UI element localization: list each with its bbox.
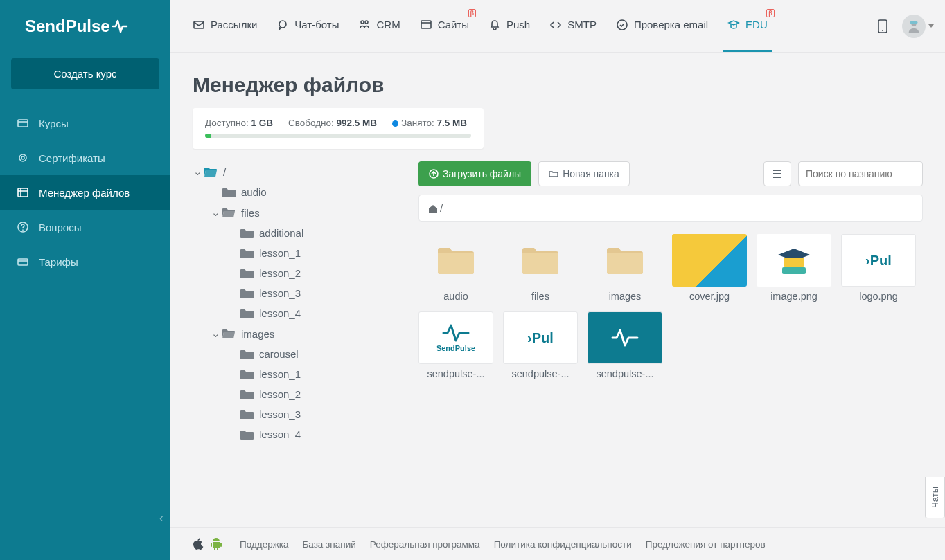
svg-point-13 xyxy=(882,30,883,31)
breadcrumb[interactable]: / xyxy=(418,195,923,222)
tree-node[interactable]: additional xyxy=(193,223,400,243)
file-card[interactable]: images xyxy=(588,234,662,302)
file-card[interactable]: sendpulse-... xyxy=(588,311,662,379)
footer-link[interactable]: Реферальная программа xyxy=(370,539,480,550)
topnav-chatbots[interactable]: Чат-боты xyxy=(276,19,339,34)
file-name: sendpulse-... xyxy=(503,368,578,379)
image-thumb: SendPulse xyxy=(418,311,493,364)
tree-caret-icon: ⌄ xyxy=(211,327,220,340)
sidebar-item-courses[interactable]: Курсы xyxy=(0,106,170,141)
svg-rect-18 xyxy=(782,267,806,274)
tree-node-label: lesson_2 xyxy=(259,267,301,279)
footer-link[interactable]: Предложения от партнеров xyxy=(646,539,766,550)
apple-icon[interactable] xyxy=(193,538,204,550)
topnav-crm[interactable]: CRM xyxy=(358,19,400,34)
tree-node-label: carousel xyxy=(259,348,299,360)
new-folder-button[interactable]: Новая папка xyxy=(538,161,630,186)
svg-point-9 xyxy=(365,21,368,24)
tree-node[interactable]: lesson_2 xyxy=(193,263,400,283)
topnav-label: Проверка email xyxy=(634,19,708,30)
storage-progress xyxy=(205,134,471,138)
topnav-sites[interactable]: Сайтыβ xyxy=(420,19,469,34)
file-name: audio xyxy=(418,291,493,302)
file-card[interactable]: image.png xyxy=(757,234,831,302)
file-card[interactable]: ›Pulsendpulse-... xyxy=(503,311,578,379)
user-menu[interactable] xyxy=(902,15,934,38)
tree-node[interactable]: audio xyxy=(193,182,400,202)
topnav-email-check[interactable]: Проверка email xyxy=(616,19,708,34)
android-icon[interactable] xyxy=(211,538,222,550)
sidebar-item-certificates[interactable]: Сертификаты xyxy=(0,141,170,175)
topnav-mailings[interactable]: Рассылки xyxy=(193,19,257,34)
tree-node[interactable]: lesson_1 xyxy=(193,364,400,384)
top-navigation: Рассылки Чат-боты CRM Сайтыβ Push SMTP П… xyxy=(170,0,945,53)
search-input[interactable] xyxy=(798,161,923,186)
tree-node-label: lesson_3 xyxy=(259,408,301,420)
svg-rect-15 xyxy=(910,21,918,24)
file-name: cover.jpg xyxy=(672,291,747,302)
chat-widget-tab[interactable]: Чаты xyxy=(925,477,945,518)
folder-icon xyxy=(204,166,218,177)
file-name: images xyxy=(588,291,662,302)
code-icon xyxy=(549,19,562,31)
tree-node[interactable]: lesson_3 xyxy=(193,283,400,303)
tree-node[interactable]: lesson_2 xyxy=(193,384,400,404)
create-course-button[interactable]: Создать курс xyxy=(11,58,159,89)
tree-node-label: additional xyxy=(259,227,303,239)
tree-node-label: lesson_1 xyxy=(259,368,301,380)
topnav-push[interactable]: Push xyxy=(488,19,530,34)
tree-node[interactable]: lesson_4 xyxy=(193,303,400,323)
sidebar-collapse-button[interactable]: ‹ xyxy=(159,511,164,525)
pulse-icon xyxy=(112,19,130,34)
avatar xyxy=(902,15,926,38)
file-card[interactable]: audio xyxy=(418,234,493,302)
main: Рассылки Чат-боты CRM Сайтыβ Push SMTP П… xyxy=(170,0,945,560)
tree-node[interactable]: carousel xyxy=(193,344,400,364)
topnav-edu[interactable]: EDUβ xyxy=(727,19,768,34)
edu-icon xyxy=(727,19,740,31)
tree-node-label: / xyxy=(223,166,226,178)
footer-link[interactable]: Политика конфиденциальности xyxy=(494,539,632,550)
tree-node[interactable]: ⌄/ xyxy=(193,161,400,182)
file-card[interactable]: SendPulsesendpulse-... xyxy=(418,311,493,379)
tree-node[interactable]: lesson_1 xyxy=(193,243,400,263)
file-card[interactable]: files xyxy=(503,234,578,302)
footer-link[interactable]: Поддержка xyxy=(240,539,288,550)
image-thumb xyxy=(672,234,747,287)
page-title: Менеджер файлов xyxy=(193,73,923,97)
folder-icon xyxy=(240,349,254,360)
storage-used: Занято: 7.5 MB xyxy=(392,118,467,128)
folder-icon xyxy=(240,248,254,259)
tree-node[interactable]: ⌄images xyxy=(193,323,400,344)
sidebar-item-label: Сертификаты xyxy=(39,152,105,164)
file-name: files xyxy=(503,291,578,302)
sidebar-item-plans[interactable]: Тарифы xyxy=(0,244,170,279)
sidebar-item-questions[interactable]: Вопросы xyxy=(0,210,170,244)
tree-node[interactable]: lesson_4 xyxy=(193,424,400,444)
file-card[interactable]: ›Pullogo.png xyxy=(841,234,916,302)
footer-link[interactable]: База знаний xyxy=(302,539,355,550)
brand-logo[interactable]: SendPulse xyxy=(0,0,170,50)
mobile-icon[interactable] xyxy=(877,19,888,34)
sidebar-item-file-manager[interactable]: Менеджер файлов xyxy=(0,175,170,210)
list-icon xyxy=(772,168,783,179)
files-panel: Загрузить файлы Новая папка xyxy=(418,161,923,560)
upload-button[interactable]: Загрузить файлы xyxy=(418,161,531,186)
folder-thumb xyxy=(503,234,578,287)
files-toolbar: Загрузить файлы Новая папка xyxy=(418,161,923,186)
topnav-smtp[interactable]: SMTP xyxy=(549,19,597,34)
list-view-button[interactable] xyxy=(763,161,791,186)
sites-icon xyxy=(420,19,432,31)
folder-tree: ⌄/audio⌄filesadditionallesson_1lesson_2l… xyxy=(193,161,400,560)
tree-node-label: audio xyxy=(241,186,267,198)
image-thumb: ›Pul xyxy=(841,234,916,287)
tree-node[interactable]: ⌄files xyxy=(193,202,400,223)
check-icon xyxy=(616,19,628,31)
sidebar-nav: Курсы Сертификаты Менеджер файлов Вопрос… xyxy=(0,106,170,279)
folder-icon xyxy=(222,328,236,339)
tree-node[interactable]: lesson_3 xyxy=(193,404,400,424)
home-icon xyxy=(427,203,439,214)
file-card[interactable]: cover.jpg xyxy=(672,234,747,302)
mail-icon xyxy=(193,19,205,31)
footer: Поддержка База знаний Реферальная програ… xyxy=(170,527,945,560)
